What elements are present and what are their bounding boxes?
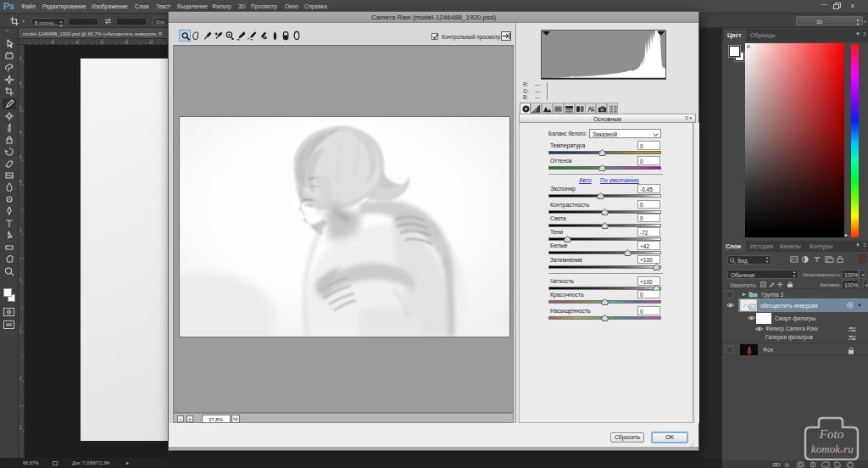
svg-text:Foto: Foto — [819, 427, 844, 441]
svg-text:1: 1 — [19, 229, 22, 233]
svg-text:8: 8 — [19, 180, 22, 184]
svg-text:4: 4 — [19, 131, 22, 135]
svg-text:ru: ru — [843, 443, 854, 455]
svg-text:2: 2 — [19, 57, 22, 61]
svg-text:1: 1 — [19, 278, 22, 282]
svg-text:fx: fx — [785, 462, 790, 468]
svg-text:2: 2 — [19, 426, 22, 430]
svg-text:komok: komok — [811, 443, 840, 455]
svg-text:2: 2 — [19, 376, 22, 381]
svg-text:0: 0 — [19, 81, 22, 86]
svg-text:2: 2 — [19, 106, 22, 110]
svg-text:6: 6 — [19, 155, 22, 159]
svg-text:1: 1 — [19, 327, 22, 332]
